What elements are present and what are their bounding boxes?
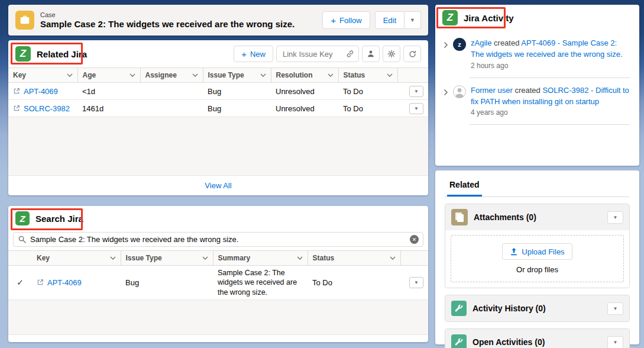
row-actions-button[interactable]: ▼ bbox=[409, 277, 423, 288]
case-icon bbox=[15, 11, 34, 30]
edit-button[interactable]: Edit bbox=[375, 11, 404, 29]
column-header-key[interactable]: Key bbox=[8, 68, 77, 83]
issue-link[interactable]: APT-4069 bbox=[47, 278, 82, 287]
jira-activity-header: Z Jira Activity bbox=[435, 5, 639, 31]
tab-related[interactable]: Related bbox=[447, 178, 482, 196]
drop-files-label: Or drop files bbox=[516, 265, 558, 274]
link-issue-key-wrap bbox=[276, 46, 359, 62]
caret-down-icon: ▼ bbox=[613, 215, 618, 220]
zagile-icon: Z bbox=[442, 10, 458, 25]
chevron-down-icon bbox=[260, 73, 266, 77]
activity-item: Former user created SOLRC-3982 - Difficu… bbox=[435, 85, 639, 117]
activity-history-title: Activity History (0) bbox=[473, 304, 546, 313]
collapse-button[interactable]: ▼ bbox=[607, 302, 623, 315]
issue-link[interactable]: SOLRC-3982 bbox=[24, 104, 70, 113]
search-input-wrap: ✕ bbox=[13, 232, 423, 247]
status-cell: To Do bbox=[308, 266, 400, 300]
jira-activity-title: Jira Activity bbox=[464, 13, 514, 23]
table-row: APT-4069 <1d Bug Unresolved To Do ▼ bbox=[8, 83, 428, 100]
expand-button[interactable] bbox=[444, 88, 448, 98]
timestamp: 4 years ago bbox=[471, 108, 631, 117]
caret-down-icon: ▼ bbox=[414, 280, 419, 285]
chevron-right-icon bbox=[444, 41, 448, 49]
wrench-icon bbox=[455, 338, 463, 346]
plus-icon: + bbox=[331, 15, 336, 25]
page-title: Sample Case 2: The widgets we received a… bbox=[40, 19, 295, 29]
new-issue-button[interactable]: +New bbox=[234, 46, 273, 62]
status-cell: To Do bbox=[338, 100, 397, 117]
actor-link[interactable]: zAgile bbox=[471, 38, 491, 47]
collapse-button[interactable]: ▼ bbox=[607, 336, 623, 348]
open-activities-icon bbox=[451, 334, 467, 348]
upload-files-button[interactable]: Upload Files bbox=[502, 243, 572, 260]
related-jira-header-row: Key Age Assignee Issue Type Resolution S… bbox=[8, 68, 428, 83]
search-input[interactable] bbox=[13, 232, 423, 247]
collapse-button[interactable]: ▼ bbox=[607, 211, 623, 224]
empty-table-area bbox=[8, 300, 428, 335]
related-jira-title: Related Jira bbox=[37, 49, 87, 59]
column-header-resolution[interactable]: Resolution bbox=[271, 68, 338, 83]
column-header-status[interactable]: Status bbox=[338, 68, 397, 83]
search-jira-header-row: Key Issue Type Summary Status bbox=[8, 251, 428, 266]
wrench-icon bbox=[455, 304, 463, 312]
status-cell: To Do bbox=[338, 83, 397, 100]
search-jira-table: Key Issue Type Summary Status ✓ APT-4069… bbox=[8, 250, 428, 300]
view-all-row: View All bbox=[8, 176, 428, 195]
edit-button-group: Edit ▼ bbox=[375, 11, 421, 29]
column-header-key[interactable]: Key bbox=[32, 251, 121, 266]
row-actions-button[interactable]: ▼ bbox=[409, 86, 423, 97]
actor-link[interactable]: Former user bbox=[471, 86, 513, 95]
column-header-issue-type[interactable]: Issue Type bbox=[203, 68, 271, 83]
related-jira-controls: +New bbox=[234, 46, 421, 62]
open-activities-header: Open Activities (0) ▼ bbox=[445, 329, 629, 348]
clear-search-button[interactable]: ✕ bbox=[410, 235, 419, 244]
plus-icon: + bbox=[241, 49, 247, 59]
panel-bottom-spacer bbox=[8, 335, 428, 342]
assignee-cell bbox=[140, 100, 203, 117]
related-jira-header: Z Related Jira +New bbox=[8, 40, 428, 67]
related-jira-panel: Z Related Jira +New Key Age Assi bbox=[8, 40, 428, 195]
search-jira-title: Search Jira bbox=[35, 214, 83, 224]
activity-history-card: Activity History (0) ▼ bbox=[445, 295, 630, 322]
attachments-title: Attachments (0) bbox=[474, 212, 536, 222]
activity-item: z zAgile created APT-4069 - Sample Case … bbox=[435, 38, 639, 70]
activity-history-header: Activity History (0) ▼ bbox=[445, 295, 629, 321]
assign-user-button[interactable] bbox=[362, 46, 380, 62]
column-header-age[interactable]: Age bbox=[77, 68, 140, 83]
entity-label: Case bbox=[40, 11, 295, 18]
open-activities-title: Open Activities (0) bbox=[473, 337, 545, 347]
assignee-cell bbox=[140, 83, 203, 100]
selected-check-icon[interactable]: ✓ bbox=[17, 278, 24, 287]
column-header-actions bbox=[400, 251, 428, 266]
attachments-icon bbox=[451, 209, 468, 225]
chevron-down-icon bbox=[328, 73, 334, 77]
follow-button[interactable]: +Follow bbox=[322, 11, 370, 29]
caret-down-icon: ▼ bbox=[414, 89, 419, 94]
expand-button[interactable] bbox=[444, 40, 448, 51]
case-header-card: Case Sample Case 2: The widgets we recei… bbox=[8, 5, 428, 36]
caret-down-icon: ▼ bbox=[414, 106, 419, 111]
avatar bbox=[453, 85, 466, 98]
open-activities-card: Open Activities (0) ▼ bbox=[445, 328, 630, 348]
more-actions-button[interactable]: ▼ bbox=[404, 11, 421, 29]
issue-type-cell: Bug bbox=[203, 83, 271, 100]
timestamp: 2 hours ago bbox=[471, 62, 631, 70]
column-header-summary[interactable]: Summary bbox=[213, 251, 308, 266]
column-header-status[interactable]: Status bbox=[308, 251, 400, 266]
attachments-card: Attachments (0) ▼ Upload Files Or drop f… bbox=[445, 204, 630, 288]
refresh-button[interactable] bbox=[403, 46, 421, 62]
column-header-assignee[interactable]: Assignee bbox=[140, 68, 203, 83]
column-header-select bbox=[8, 251, 32, 266]
external-link-icon bbox=[37, 279, 44, 286]
settings-button[interactable] bbox=[383, 46, 400, 62]
view-all-link[interactable]: View All bbox=[205, 181, 231, 190]
close-icon: ✕ bbox=[412, 237, 417, 243]
column-header-issue-type[interactable]: Issue Type bbox=[121, 251, 213, 266]
summary-cell: Sample Case 2: The widgets we received a… bbox=[213, 266, 308, 300]
table-row: ✓ APT-4069 Bug Sample Case 2: The widget… bbox=[8, 266, 428, 300]
row-actions-button[interactable]: ▼ bbox=[409, 103, 423, 114]
issue-link[interactable]: APT-4069 bbox=[24, 87, 58, 96]
jira-activity-panel: Z Jira Activity z zAgile created APT-406… bbox=[435, 5, 639, 166]
briefcase-icon bbox=[20, 15, 30, 25]
file-dropzone[interactable]: Upload Files Or drop files bbox=[451, 235, 624, 282]
